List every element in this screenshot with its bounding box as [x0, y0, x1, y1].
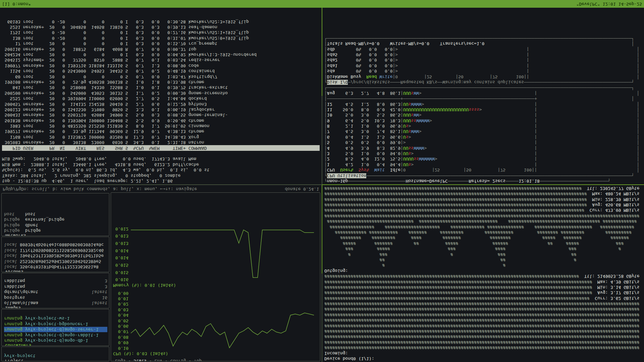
process-row[interactable]: 500431 neroske+ 20 0 5503710 45084 34900…: [2, 112, 320, 118]
nload-outgoing-stat-row: ########################################…: [324, 207, 642, 213]
process-row[interactable]: 17 root 20 0 0 0 0 I 0.3 0.0 0:15.70 rcu…: [2, 41, 320, 46]
tab-separator: -: [125, 359, 133, 361]
nload-outgoing-stat-row: ########################################…: [324, 202, 642, 207]
tab-separator: -: [162, 359, 170, 361]
volume-list-item[interactable]: local 80939f4b50f4e1c088b0850030914a9c: [4, 242, 107, 247]
container-list-item[interactable]: running yvfx-project-ws-1: [4, 316, 107, 321]
nload-device-line: Device bond0 (1/1):: [324, 356, 642, 361]
nmon-disk-row: │sda1 0% 0.0 0.0|> | │: [324, 63, 642, 68]
pane-nmon[interactable]: ┌nmon─16p──────────────────────Hostname=…: [322, 8, 644, 184]
volume-list-item[interactable]: local 177cf5059b0853715582669095392c46: [4, 247, 107, 253]
project-item[interactable]: yvfx-project: [4, 353, 107, 359]
nmon-cpu-row: │11 50.0 8.0 0.0 42.0|UUUUUUUUUUUUUUUUUU…: [324, 107, 642, 112]
lazydocker-detail-panel[interactable]: Logs - Stats - Env - Config - Top CPU (%…: [111, 192, 320, 361]
nload-incoming-graph-row: ########################################…: [324, 306, 642, 312]
process-row[interactable]: 1983 root 20 0 4832350 512530 121830 S 8…: [2, 123, 320, 129]
nmon-cpu-box-bottom: └───────────────────────────────────────…: [324, 85, 642, 90]
lazydocker-donate-link[interactable]: donate 0.24.1: [285, 186, 319, 192]
panel-project[interactable]: Projectyvfx-project: [1, 347, 109, 361]
process-row[interactable]: 5252 root 20 0 3910904 110000 65090 S 2.…: [2, 96, 320, 101]
tmux-window-list[interactable]: [1] 0:nmon*: [2, 1, 31, 6]
image-list-item[interactable]: rabbitmq3: [4, 284, 107, 289]
nmon-cpu-avg-row: │Avg 6.3 2.7 4.8 86.1|UUUsWW> | │: [324, 90, 642, 96]
volume-list-item[interactable]: local 5253958a9625a94239653945d5389e5: [4, 258, 107, 264]
nload-incoming-label: Incoming:: [324, 350, 642, 356]
image-list-item[interactable]: rabbitmq3: [4, 278, 107, 284]
nmon-disk-row: │sdb 0% 0.0 0.0|> | │: [324, 46, 642, 52]
process-row[interactable]: 1768 root 20 0 1153872 100000 93260 R 17…: [2, 134, 320, 139]
nmon-cpu-row: │6 0.4 1.5 1.5 96.6|Us> | │: [324, 134, 642, 139]
pane-nload[interactable]: Device bond0 (1/1):Incoming:############…: [322, 185, 644, 362]
pane-top[interactable]: top - 12:01:38 up 4:46, 1 user, load ave…: [0, 8, 322, 184]
image-list-item[interactable]: postgres16: [4, 295, 107, 300]
process-row[interactable]: 504512 systemd+ 20 0 37350 8570 2888 S 0…: [2, 57, 320, 63]
nload-outgoing-graph-row: ################# ##################### …: [324, 224, 642, 229]
chart-title: Memory (%): 0.01 (1m14s): [113, 282, 318, 288]
container-list-item[interactable]: running yvfx-project-django-db-1: [4, 338, 107, 343]
nload-outgoing-graph-row: ############ ########### ####### #######…: [324, 230, 642, 235]
panel-containers[interactable]: Containersrunning yvfx-project-django-db…: [1, 309, 109, 346]
tmux-screen: Projectyvfx-projectContainersrunning yvf…: [0, 0, 644, 362]
nload-outgoing-label: Outgoing:: [324, 268, 642, 273]
top-pane-row: Projectyvfx-projectContainersrunning yvf…: [0, 185, 644, 362]
chart-title: CPU (%): 0.03 (1m14s): [113, 351, 318, 356]
pane-lazydocker[interactable]: Projectyvfx-projectContainersrunning yvf…: [0, 185, 322, 362]
chart-y-axis: 0.0160.0150.0150.0140.0140.0130.0130.012: [113, 226, 130, 282]
process-row[interactable]: 504234 root 20 0 0 0 0 I 0.3 0.0 0:04.92…: [2, 52, 320, 57]
process-row[interactable]: 501838 neroske+ 20 0 1393964 190800 1304…: [2, 118, 320, 123]
process-row[interactable]: 1154 root 20 0 5543000 54953 34435 S 0.7…: [2, 68, 320, 74]
container-list-item[interactable]: running yvfx-project-django-server-1: [4, 327, 107, 332]
nmon-cpu-row: │12 4.5 1.2 8.0 86.3|UUsWWWW> | │: [324, 101, 642, 107]
process-row[interactable]: 1751 root 0 -20 0 0 0 I 0.3 0.0 0:27.16 …: [2, 30, 320, 35]
lazydocker-keybinds: PgUp/PgDn: scroll, b: view bulk commands…: [3, 186, 197, 192]
process-row[interactable]: 60 root 20 0 0 0 0 S 0.7 0.0 1:03.47 kso…: [2, 74, 320, 79]
process-row[interactable]: 500116 neroske+ 20 0 18875 6184 4608 R 0…: [2, 46, 320, 52]
process-row[interactable]: 66193 root 0 -20 0 0 0 I 0.3 0.0 0:30.58…: [2, 19, 320, 24]
network-list-item[interactable]: host host: [4, 211, 107, 217]
nload-incoming-stat-row: ########################################…: [324, 285, 642, 290]
nmon-cpu-row: │9 6.4 5.0 10.3 78.3|UUUssWWWWW> | │: [324, 118, 642, 123]
container-list-item[interactable]: running yvfx-project-pgbouncer-1: [4, 321, 107, 326]
nload-outgoing-stat-row: ########################################…: [324, 196, 642, 202]
network-list-item[interactable]: bridge dbnet: [4, 222, 107, 228]
nload-incoming-graph-row: ########################################…: [324, 312, 642, 317]
lazydocker-bottom-bar: PgUp/PgDn: scroll, b: view bulk commands…: [1, 186, 320, 192]
process-row[interactable]: 841 root 20 0 528008 14330 15588 S 1.0 0…: [2, 85, 320, 90]
nmon-disk-totals: │Totals Read-MB/s=0.0 Writes-MB/s=0.0 Tr…: [324, 41, 642, 46]
nload-outgoing-graph-row: ## ## #: [324, 257, 642, 262]
nmon-cpu-row: │8 2.1 1.0 0.0 96.9|Us> | │: [324, 123, 642, 129]
tab-logs[interactable]: Logs: [115, 359, 125, 361]
tab-config[interactable]: Config: [170, 359, 186, 361]
container-list-item[interactable]: running yvfx-project-django-rabbit-1: [4, 332, 107, 338]
panel-volumes[interactable]: Volumeslocal 350c0f03197bdb47ff322336365…: [1, 237, 109, 272]
panel-title-images: Images: [4, 306, 22, 308]
volume-list-item[interactable]: local 19e6f53f1339b285e3039e31fbd71b5e: [4, 253, 107, 258]
image-list-item[interactable]: ollama/ollamalatest: [4, 300, 107, 306]
process-row[interactable]: 500200 neroske+ 20 0 545000 43053 30135 …: [2, 90, 320, 96]
tmux-pane-grid: Projectyvfx-projectContainersrunning yvf…: [0, 8, 644, 362]
process-row[interactable]: 500457 neroske+ 20 0 114132 124238 50410…: [2, 101, 320, 107]
nmon-cpu-row: │10 5.0 3.0 5.5 86.5|UUUsWW> | │: [324, 112, 642, 118]
lazydocker-sidebar: Projectyvfx-projectContainersrunning yvf…: [1, 192, 109, 361]
tab-stats[interactable]: Stats: [133, 359, 147, 361]
tab-separator: -: [186, 359, 194, 361]
nload-outgoing-graph-row: ######## ######### #### ####### ########…: [324, 235, 642, 240]
tab-top[interactable]: Top: [194, 359, 202, 361]
cpu-chart: CPU (%): 0.03 (1m14s)0.100.090.080.070.0…: [113, 291, 318, 356]
network-list-item[interactable]: bridge bridge: [4, 228, 107, 233]
nmon-cpu-header: │CPU User% Sys% Wait Idle|0 |25 |50 |75 …: [324, 167, 642, 173]
network-list-item[interactable]: bridge external_bridge: [4, 217, 107, 222]
nload-incoming-stat-row: ########################################…: [324, 274, 642, 279]
process-row[interactable]: 190977 neroske+ 20 0 1393716 318184 1331…: [2, 63, 320, 68]
process-row[interactable]: 199108 neroske+ 20 0 25.9g 430538 300138…: [2, 79, 320, 85]
process-row[interactable]: 199271 neroske+ 20 0 33.9g 117344 90360 …: [2, 129, 320, 134]
volume-list-item[interactable]: local 350c0f03197bdb47ff3223363651a8: [4, 264, 107, 269]
image-list-item[interactable]: qdrant/qdrantlatest: [4, 289, 107, 295]
tab-env[interactable]: Env: [154, 359, 162, 361]
process-row[interactable]: 138 root 0 -20 0 0 0 I 0.3 0.0 0:31.07 k…: [2, 35, 320, 41]
process-row[interactable]: 5251 neroske+ 20 0 304858 14058 13810 S …: [2, 24, 320, 30]
panel-networks[interactable]: Networksbridge bridgebridge dbnetbridge …: [1, 193, 109, 236]
panel-images[interactable]: Imagesollama/ollamalatestpostgres16qdran…: [1, 273, 109, 308]
process-row[interactable]: 302083 neroske+ 20 0 30138 23000 6030 S …: [2, 140, 320, 145]
process-row[interactable]: 500123 neroske+ 20 0 1541530 37080 9850 …: [2, 107, 320, 112]
